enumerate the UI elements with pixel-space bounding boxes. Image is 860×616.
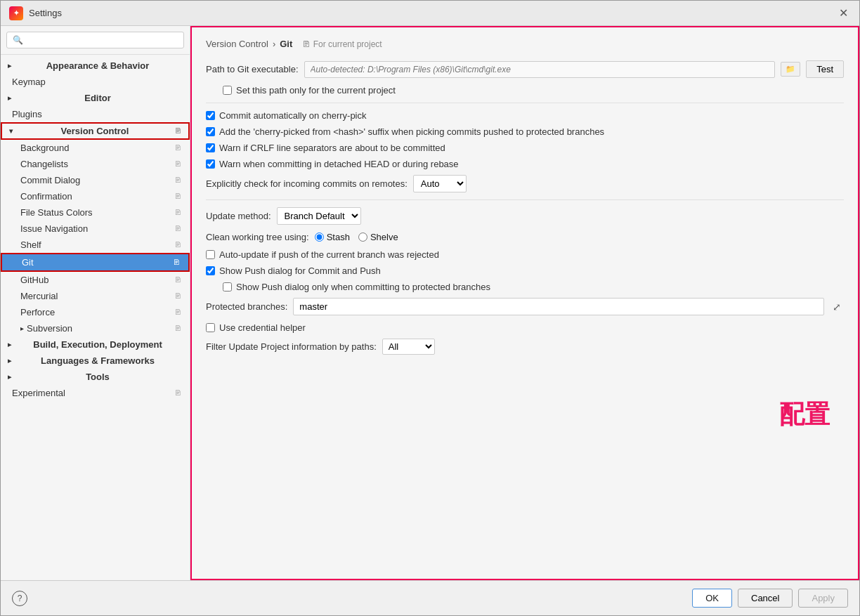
cherry-suffix-checkbox[interactable] <box>206 127 215 136</box>
set-path-label: Set this path only for the current proje… <box>236 85 396 96</box>
sidebar-item-github[interactable]: GitHub 🖹 <box>1 272 190 288</box>
close-button[interactable]: ✕ <box>836 6 851 20</box>
main-panel-wrapper: Version Control › Git 🖹 For current proj… <box>190 26 859 580</box>
issue-navigation-label: Issue Navigation <box>20 223 88 234</box>
stash-radio[interactable] <box>315 232 324 242</box>
cherry-pick-row: Commit automatically on cherry-pick <box>206 110 844 121</box>
cherry-pick-label: Commit automatically on cherry-pick <box>219 110 367 121</box>
filter-select[interactable]: All Custom <box>382 339 435 355</box>
footer-right: OK Cancel Apply <box>692 589 848 608</box>
watermark-area: 配置 <box>206 362 844 432</box>
ok-button[interactable]: OK <box>692 589 732 608</box>
breadcrumb-arrow: › <box>273 39 275 49</box>
detached-checkbox[interactable] <box>206 159 215 169</box>
commit-dialog-label: Commit Dialog <box>20 175 80 185</box>
tools-label: Tools <box>86 372 110 382</box>
sidebar-item-tools[interactable]: Tools <box>1 369 190 385</box>
sidebar-item-plugins[interactable]: Plugins <box>1 106 190 122</box>
file-status-colors-label: File Status Colors <box>20 207 93 218</box>
detached-head-row: Warn when committing in detached HEAD or… <box>206 159 844 169</box>
expand-protected-button[interactable]: ⤢ <box>830 300 844 314</box>
clean-tree-radio-group: Stash Shelve <box>315 232 398 242</box>
version-control-label: Version Control <box>61 126 129 136</box>
sidebar-item-issue-navigation[interactable]: Issue Navigation 🖹 <box>1 221 190 237</box>
filter-label: Filter Update Project information by pat… <box>206 341 377 352</box>
sidebar-item-background[interactable]: Background 🖹 <box>1 140 190 156</box>
editor-label: Editor <box>84 93 111 103</box>
path-label: Path to Git executable: <box>206 64 299 74</box>
copy-icon-issue-nav: 🖹 <box>174 225 181 232</box>
sidebar-item-version-control[interactable]: Version Control 🖹 <box>1 122 190 140</box>
nav-list: Appearance & Behavior Keymap Editor Plug… <box>1 55 190 580</box>
copy-icon-mercurial: 🖹 <box>174 292 181 300</box>
update-method-row: Update method: Branch Default Merge Reba… <box>206 207 844 225</box>
show-push-only-label: Show Push dialog only when committing to… <box>236 282 490 292</box>
sidebar-item-keymap[interactable]: Keymap <box>1 74 190 90</box>
show-push-checkbox[interactable] <box>206 266 215 275</box>
clean-tree-row: Clean working tree using: Stash Shelve <box>206 232 844 242</box>
sidebar-item-perforce[interactable]: Perforce 🖹 <box>1 304 190 320</box>
path-input[interactable] <box>304 61 776 78</box>
copy-icon-subversion: 🖹 <box>174 325 181 332</box>
sidebar-item-confirmation[interactable]: Confirmation 🖹 <box>1 188 190 204</box>
settings-window: ✦ Settings ✕ Appearance & Behavior Keyma… <box>0 0 860 616</box>
folder-button[interactable]: 📁 <box>781 62 800 77</box>
credential-checkbox[interactable] <box>206 323 215 332</box>
sidebar-item-experimental[interactable]: Experimental 🖹 <box>1 385 190 401</box>
set-path-checkbox[interactable] <box>223 86 232 95</box>
cherry-suffix-label: Add the 'cherry-picked from <hash>' suff… <box>219 126 604 137</box>
cherry-pick-checkbox[interactable] <box>206 111 215 120</box>
sidebar: Appearance & Behavior Keymap Editor Plug… <box>1 26 190 580</box>
copy-icon-vc: 🖹 <box>174 127 181 135</box>
mercurial-label: Mercurial <box>20 291 58 301</box>
update-method-label: Update method: <box>206 211 271 221</box>
sidebar-item-file-status-colors[interactable]: File Status Colors 🖹 <box>1 204 190 221</box>
test-button[interactable]: Test <box>806 60 844 78</box>
sidebar-item-subversion[interactable]: ▸ Subversion 🖹 <box>1 320 190 336</box>
sidebar-item-mercurial[interactable]: Mercurial 🖹 <box>1 288 190 304</box>
changelists-label: Changelists <box>20 159 68 169</box>
apply-button[interactable]: Apply <box>798 589 848 608</box>
copy-icon-perforce: 🖹 <box>174 308 181 316</box>
shelve-option: Shelve <box>358 232 398 242</box>
show-push-only-checkbox[interactable] <box>223 282 232 291</box>
main-content: Version Control › Git 🖹 For current proj… <box>190 26 859 580</box>
appearance-label: Appearance & Behavior <box>46 60 150 71</box>
search-box <box>1 26 190 55</box>
sidebar-item-build[interactable]: Build, Execution, Deployment <box>1 336 190 353</box>
copy-icon-experimental: 🖹 <box>174 389 181 397</box>
sidebar-item-languages[interactable]: Languages & Frameworks <box>1 353 190 369</box>
sidebar-item-git[interactable]: Git 🖹 <box>1 253 190 272</box>
cherry-picked-suffix-row: Add the 'cherry-picked from <hash>' suff… <box>206 126 844 137</box>
auto-update-checkbox[interactable] <box>206 250 215 259</box>
copy-icon-shelf: 🖹 <box>174 241 181 249</box>
perforce-label: Perforce <box>20 307 55 317</box>
help-button[interactable]: ? <box>12 591 27 606</box>
incoming-select[interactable]: Auto Always Never <box>413 175 467 192</box>
content-area: Appearance & Behavior Keymap Editor Plug… <box>1 26 859 580</box>
copy-icon-changelists: 🖹 <box>174 160 181 168</box>
show-push-label: Show Push dialog for Commit and Push <box>219 266 381 276</box>
plugins-label: Plugins <box>12 109 42 119</box>
credential-helper-row: Use credential helper <box>206 322 844 333</box>
protected-branches-input[interactable] <box>293 298 824 315</box>
sidebar-item-commit-dialog[interactable]: Commit Dialog 🖹 <box>1 172 190 188</box>
sidebar-item-changelists[interactable]: Changelists 🖹 <box>1 156 190 172</box>
auto-update-row: Auto-update if push of the current branc… <box>206 249 844 260</box>
shelve-radio[interactable] <box>358 232 367 242</box>
show-push-row: Show Push dialog for Commit and Push <box>206 266 844 276</box>
crlf-checkbox[interactable] <box>206 143 215 152</box>
confirmation-label: Confirmation <box>20 191 72 202</box>
copy-icon-git: 🖹 <box>173 258 180 266</box>
credential-label: Use credential helper <box>219 322 306 333</box>
subversion-label: Subversion <box>27 323 72 334</box>
sidebar-item-editor[interactable]: Editor <box>1 90 190 106</box>
sidebar-item-shelf[interactable]: Shelf 🖹 <box>1 237 190 253</box>
protected-branches-row: Protected branches: ⤢ <box>206 298 844 315</box>
search-input[interactable] <box>6 32 184 48</box>
sidebar-item-appearance[interactable]: Appearance & Behavior <box>1 58 190 74</box>
keymap-label: Keymap <box>12 77 46 87</box>
cancel-button[interactable]: Cancel <box>738 589 793 608</box>
update-method-select[interactable]: Branch Default Merge Rebase <box>277 207 361 225</box>
protected-branches-label: Protected branches: <box>206 301 287 312</box>
